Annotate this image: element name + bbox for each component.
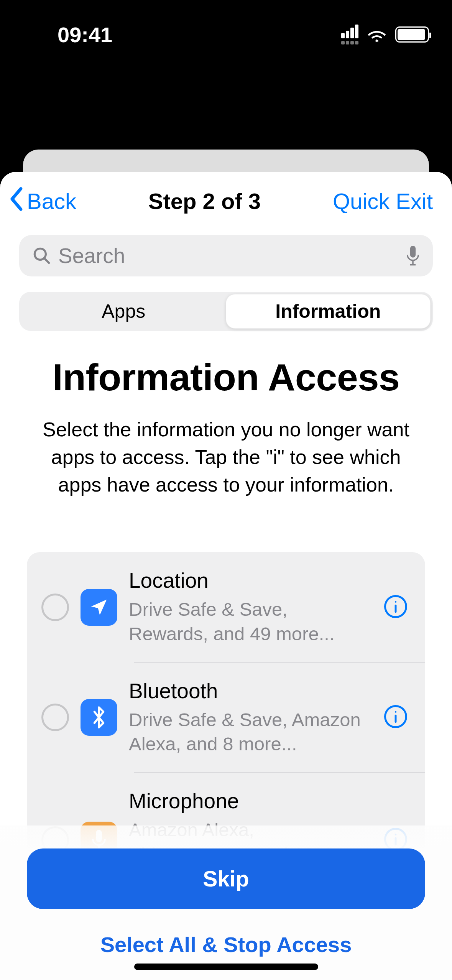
bluetooth-icon xyxy=(81,699,117,736)
svg-line-1 xyxy=(44,258,49,263)
radio-button[interactable] xyxy=(41,704,69,731)
radio-button[interactable] xyxy=(41,594,69,621)
list-item-bluetooth[interactable]: Bluetooth Drive Safe & Save, Amazon Alex… xyxy=(27,663,425,773)
sheet-modal: Back Step 2 of 3 Quick Exit Search Apps … xyxy=(0,172,452,980)
quick-exit-button[interactable]: Quick Exit xyxy=(333,188,433,214)
svg-point-6 xyxy=(395,601,396,602)
item-subtitle: Drive Safe & Save, Amazon Alexa, and 8 m… xyxy=(129,708,371,756)
svg-rect-2 xyxy=(410,246,416,258)
status-time: 09:41 xyxy=(58,22,112,47)
select-all-button[interactable]: Select All & Stop Access xyxy=(27,932,425,957)
status-bar: 09:41 xyxy=(0,0,452,69)
item-subtitle: Drive Safe & Save, Rewards, and 49 more.… xyxy=(129,597,371,646)
back-button[interactable]: Back xyxy=(9,187,76,215)
item-title: Bluetooth xyxy=(129,679,371,703)
search-input[interactable]: Search xyxy=(19,235,433,276)
list-item-location[interactable]: Location Drive Safe & Save, Rewards, and… xyxy=(27,552,425,662)
section-subtitle: Select the information you no longer wan… xyxy=(31,416,421,498)
info-button[interactable] xyxy=(383,704,408,731)
tab-apps[interactable]: Apps xyxy=(21,294,226,329)
search-icon xyxy=(32,246,51,265)
svg-point-9 xyxy=(395,711,396,713)
cellular-signal-icon xyxy=(341,25,358,44)
status-indicators xyxy=(341,25,429,44)
search-placeholder: Search xyxy=(58,243,399,268)
item-title: Microphone xyxy=(129,789,371,813)
segmented-control: Apps Information xyxy=(19,292,433,331)
bottom-bar: Skip Select All & Stop Access xyxy=(0,825,452,980)
chevron-left-icon xyxy=(9,187,25,215)
info-button[interactable] xyxy=(383,594,408,621)
item-title: Location xyxy=(129,568,371,593)
page-title: Step 2 of 3 xyxy=(148,188,261,214)
skip-button[interactable]: Skip xyxy=(27,848,425,909)
header-section: Information Access Select the informatio… xyxy=(0,350,452,514)
wifi-icon xyxy=(366,27,388,42)
tab-information[interactable]: Information xyxy=(226,294,431,329)
section-title: Information Access xyxy=(31,355,421,399)
navigation-bar: Back Step 2 of 3 Quick Exit xyxy=(0,172,452,235)
microphone-icon[interactable] xyxy=(406,246,420,266)
battery-icon xyxy=(395,26,429,43)
home-indicator[interactable] xyxy=(134,964,318,970)
back-label: Back xyxy=(27,188,76,214)
location-icon xyxy=(81,589,117,626)
